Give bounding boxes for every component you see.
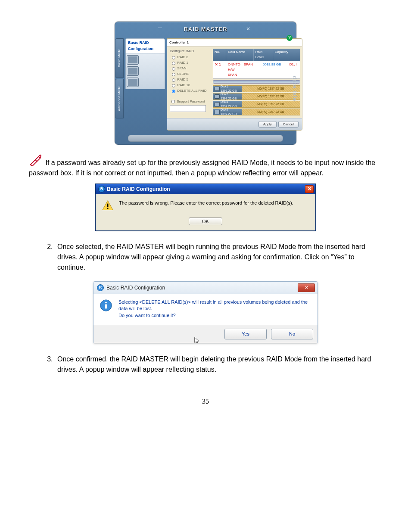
brand-label: data tale xyxy=(291,42,299,136)
section-header: Basic RAID Configuration xyxy=(125,38,165,53)
dialog-title: Basic RAID Configuration xyxy=(107,185,170,193)
help-icon[interactable]: ? xyxy=(286,35,293,41)
step-2: Once selected, the RAID MASTER will begi… xyxy=(55,242,382,273)
device-icon[interactable] xyxy=(127,78,139,87)
raid-option-raid10[interactable]: RAID 10 xyxy=(170,83,209,88)
writing-hand-icon xyxy=(29,153,42,166)
password-input[interactable] xyxy=(170,105,206,112)
capacity-slider[interactable] xyxy=(213,80,300,84)
apply-button[interactable]: Apply xyxy=(258,121,277,128)
app-icon: R xyxy=(97,284,104,291)
yes-button[interactable]: Yes xyxy=(224,329,267,339)
raid-master-app: — RAID MASTER ✕ ? data tale Basic Mode A… xyxy=(115,22,296,145)
app-titlebar: — RAID MASTER ✕ xyxy=(115,22,296,37)
raid-option-span[interactable]: SPAN xyxy=(170,66,209,71)
svg-rect-0 xyxy=(107,204,109,207)
ok-button[interactable]: OK xyxy=(189,218,222,225)
dialog-message: The password is wrong. Please enter the … xyxy=(119,199,293,207)
raid-option-clone[interactable]: CLONE xyxy=(170,72,209,77)
password-note-paragraph: If a password was already set up for the… xyxy=(29,153,382,178)
disk-row[interactable]: Disk31397.22 GB M0(P0) 1397.22 GB xyxy=(213,101,300,108)
tab-basic-mode[interactable]: Basic Mode xyxy=(115,38,124,78)
dialog-titlebar: R Basic RAID Configuration ✕ xyxy=(93,282,318,294)
hdd-icon xyxy=(215,87,220,91)
hdd-icon xyxy=(215,102,220,106)
hdd-icon xyxy=(215,110,220,114)
warning-icon xyxy=(102,199,114,212)
svg-point-3 xyxy=(105,302,107,304)
dialog-title: Basic RAID Configuration xyxy=(106,284,165,292)
minimize-icon[interactable]: — xyxy=(158,25,165,29)
configure-raid-label: Configure RAID xyxy=(170,49,209,54)
svg-rect-4 xyxy=(105,304,107,308)
disk-row[interactable]: Disk11397.22 GB M0(P0) 1397.22 GB xyxy=(213,85,300,92)
page-number: 35 xyxy=(29,396,382,407)
tab-advanced-mode[interactable]: Advanced Mode xyxy=(115,79,124,118)
controller-label: Controller 1 xyxy=(169,40,189,45)
no-button[interactable]: No xyxy=(271,329,313,339)
confirm-dialog: R Basic RAID Configuration ✕ Selecting <… xyxy=(93,281,318,343)
svg-rect-1 xyxy=(107,208,109,209)
app-icon: R xyxy=(98,186,105,193)
support-password-checkbox[interactable]: Support Password xyxy=(170,99,209,105)
status-bar xyxy=(128,135,283,142)
close-icon[interactable]: ✕ xyxy=(246,25,253,29)
step-3: Once confirmed, the RAID MASTER will beg… xyxy=(55,354,382,375)
close-button[interactable]: ✕ xyxy=(305,185,314,193)
error-dialog: R Basic RAID Configuration ✕ The passwor… xyxy=(95,184,316,231)
raid-option-raid0[interactable]: RAID 0 xyxy=(170,55,209,60)
app-title: RAID MASTER xyxy=(184,25,227,34)
raid-table-header: No. Raid Name Raid Level Capacity xyxy=(213,49,300,61)
disk-row[interactable]: Disk41397.22 GB M0(P0) 1397.22 GB xyxy=(213,109,300,115)
close-button[interactable]: ✕ xyxy=(298,283,315,292)
raid-option-raid5[interactable]: RAID 5 xyxy=(170,77,209,82)
dialog-message: Selecting <DELETE ALL RAID(s)> will resu… xyxy=(118,299,311,319)
device-list xyxy=(125,53,165,89)
raid-table-row[interactable]: ✕ 1 ONNTO H/W SPAN SPAN 5588.88 GB D1, I xyxy=(213,61,300,79)
raid-option-raid1[interactable]: RAID 1 xyxy=(170,60,209,65)
hdd-icon xyxy=(215,94,220,99)
device-icon[interactable] xyxy=(127,66,139,76)
disk-row[interactable]: Disk21397.22 GB M0(P0) 1397.22 GB xyxy=(213,93,300,100)
info-icon xyxy=(100,299,112,312)
dialog-titlebar: R Basic RAID Configuration ✕ xyxy=(96,184,315,194)
raid-option-delete-all[interactable]: DELETE ALL RAID xyxy=(170,88,209,93)
cursor-icon xyxy=(194,337,200,343)
device-icon[interactable] xyxy=(127,55,139,65)
